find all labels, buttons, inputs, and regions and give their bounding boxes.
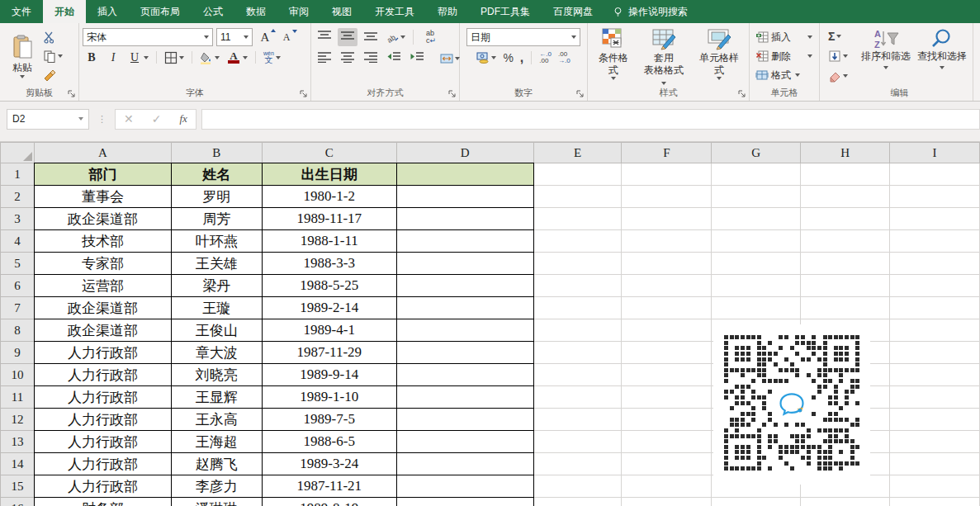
cell-B12[interactable]: 王永高: [171, 409, 262, 431]
row-header-3[interactable]: 3: [1, 208, 35, 230]
column-header-H[interactable]: H: [801, 143, 890, 163]
cell-B13[interactable]: 王海超: [171, 431, 262, 453]
cell-H2[interactable]: [801, 186, 890, 208]
cell-C6[interactable]: 1988-5-25: [262, 275, 396, 297]
row-header-9[interactable]: 9: [1, 342, 35, 364]
cell-H3[interactable]: [801, 208, 890, 230]
cell-styles-button[interactable]: 单元格样式: [693, 26, 746, 82]
fill-color-button[interactable]: [198, 50, 221, 65]
column-header-I[interactable]: I: [890, 143, 980, 163]
enter-icon[interactable]: ✓: [152, 112, 162, 125]
insert-function-icon[interactable]: fx: [179, 112, 187, 125]
cell-I11[interactable]: [890, 386, 980, 409]
cell-G6[interactable]: [712, 275, 801, 297]
cell-F4[interactable]: [622, 230, 712, 253]
cell-E8[interactable]: [533, 319, 622, 342]
phonetic-button[interactable]: wén 文: [262, 50, 282, 65]
ribbon-tab-9[interactable]: 帮助: [426, 0, 469, 23]
increase-decimal-button[interactable]: ←.0 .00: [537, 50, 553, 65]
insert-cells-button[interactable]: 插入: [755, 31, 816, 45]
cell-F11[interactable]: [622, 386, 712, 409]
cell-E3[interactable]: [533, 208, 622, 230]
find-select-button[interactable]: 查找和选择: [914, 26, 970, 86]
phonetic-dropdown[interactable]: [276, 56, 281, 59]
cell-I9[interactable]: [890, 342, 980, 364]
wrap-text-button[interactable]: ab c↵: [424, 29, 438, 45]
cell-F8[interactable]: [622, 319, 712, 342]
cell-A3[interactable]: 政企渠道部: [34, 208, 171, 230]
cell-C5[interactable]: 1988-3-3: [262, 253, 396, 275]
cell-B16[interactable]: 潘琳琳: [171, 498, 262, 506]
cell-C7[interactable]: 1989-2-14: [262, 297, 396, 319]
cell-A15[interactable]: 人力行政部: [34, 475, 171, 498]
cell-E10[interactable]: [533, 364, 622, 386]
ribbon-tab-5[interactable]: 数据: [234, 0, 277, 23]
copy-button[interactable]: [41, 49, 64, 64]
cell-I1[interactable]: [890, 163, 980, 186]
cell-D1[interactable]: [396, 163, 533, 186]
clipboard-dialog-launcher[interactable]: [68, 90, 76, 98]
cell-B1[interactable]: 姓名: [171, 163, 262, 186]
copy-dropdown[interactable]: [58, 54, 63, 58]
find-select-dropdown[interactable]: [940, 66, 944, 69]
italic-button[interactable]: I: [104, 50, 122, 65]
clear-button[interactable]: [826, 69, 850, 83]
cell-I5[interactable]: [890, 253, 980, 275]
cell-F7[interactable]: [622, 297, 712, 319]
format-cells-button[interactable]: 格式: [755, 69, 816, 83]
cell-F6[interactable]: [622, 275, 712, 297]
number-dialog-launcher[interactable]: [576, 90, 585, 98]
cell-D13[interactable]: [396, 431, 533, 453]
row-header-7[interactable]: 7: [1, 297, 35, 319]
cell-D12[interactable]: [396, 409, 533, 431]
row-header-16[interactable]: 16: [1, 498, 35, 506]
cell-I3[interactable]: [890, 208, 980, 230]
cell-F2[interactable]: [622, 186, 712, 208]
cell-A13[interactable]: 人力行政部: [34, 431, 171, 453]
formula-bar-splitter[interactable]: ⋮: [97, 114, 107, 125]
cell-A1[interactable]: 部门: [34, 163, 171, 186]
fill-color-dropdown[interactable]: [215, 56, 220, 59]
cell-D15[interactable]: [396, 475, 533, 498]
cell-B10[interactable]: 刘晓亮: [171, 364, 262, 386]
ribbon-tab-7[interactable]: 视图: [320, 0, 363, 23]
cell-G16[interactable]: [712, 498, 801, 506]
name-box[interactable]: D2: [7, 109, 89, 130]
decrease-indent-button[interactable]: [384, 50, 404, 68]
row-header-13[interactable]: 13: [1, 431, 35, 453]
paste-dropdown[interactable]: [20, 75, 25, 78]
cell-E1[interactable]: [533, 163, 622, 186]
align-bottom-button[interactable]: [361, 28, 381, 46]
cell-G5[interactable]: [712, 253, 801, 275]
cell-B11[interactable]: 王显辉: [171, 386, 262, 409]
row-header-6[interactable]: 6: [1, 275, 35, 297]
cell-F12[interactable]: [622, 409, 712, 431]
cell-E5[interactable]: [533, 253, 622, 275]
ribbon-tab-10[interactable]: PDF工具集: [469, 0, 542, 23]
cell-I14[interactable]: [890, 453, 980, 475]
cell-D2[interactable]: [396, 186, 533, 208]
cell-F15[interactable]: [622, 475, 712, 498]
bold-button[interactable]: B: [83, 50, 101, 65]
cancel-icon[interactable]: ✕: [124, 112, 134, 125]
borders-dropdown[interactable]: [179, 56, 184, 59]
cell-D5[interactable]: [396, 253, 533, 275]
row-header-5[interactable]: 5: [1, 253, 35, 275]
cell-F16[interactable]: [622, 498, 712, 506]
align-middle-button[interactable]: [338, 28, 357, 46]
cell-B7[interactable]: 王璇: [171, 297, 262, 319]
cell-H7[interactable]: [801, 297, 890, 319]
cell-D8[interactable]: [396, 319, 533, 342]
cell-B6[interactable]: 梁丹: [171, 275, 262, 297]
cell-C3[interactable]: 1989-11-17: [262, 208, 396, 230]
styles-dialog-launcher[interactable]: [738, 90, 746, 98]
cell-D16[interactable]: [396, 498, 533, 506]
cell-H5[interactable]: [801, 253, 890, 275]
ribbon-tab-4[interactable]: 公式: [192, 0, 234, 23]
cell-I6[interactable]: [890, 275, 980, 297]
cell-E2[interactable]: [533, 186, 622, 208]
borders-button[interactable]: [163, 50, 186, 65]
cell-C15[interactable]: 1987-11-21: [262, 475, 396, 498]
cell-C16[interactable]: 1989-8-19: [262, 498, 396, 506]
delete-cells-button[interactable]: 删除: [755, 50, 816, 64]
